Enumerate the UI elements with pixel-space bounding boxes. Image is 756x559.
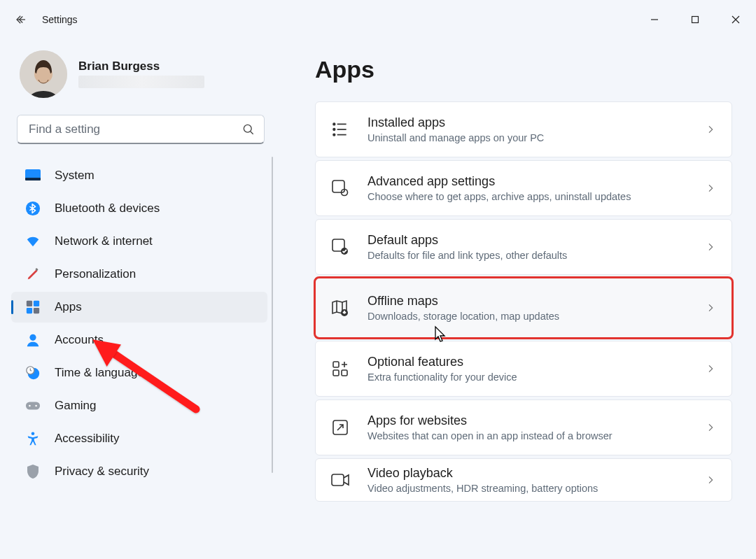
card-title: Optional features — [368, 355, 705, 370]
search-input[interactable] — [27, 122, 241, 137]
apps-icon — [25, 299, 41, 315]
wifi-icon — [25, 234, 41, 249]
svg-rect-31 — [332, 474, 344, 486]
app-link-icon — [330, 417, 351, 438]
grid-plus-icon — [330, 358, 351, 379]
card-title: Offline maps — [368, 294, 705, 309]
minimize-button[interactable] — [634, 3, 675, 36]
card-optional-features[interactable]: Optional features Extra functionality fo… — [315, 341, 732, 397]
sidebar-item-label: Network & internet — [55, 234, 153, 248]
svg-point-3 — [244, 125, 251, 132]
svg-point-18 — [31, 432, 35, 435]
card-offline-maps[interactable]: Offline maps Downloads, storage location… — [315, 278, 732, 338]
svg-rect-15 — [26, 402, 40, 410]
card-title: Installed apps — [368, 115, 705, 131]
app-check-icon — [330, 236, 351, 257]
chevron-right-icon — [705, 183, 716, 194]
system-icon — [25, 168, 41, 183]
globe-clock-icon — [25, 365, 41, 381]
shield-icon — [25, 464, 41, 479]
sidebar-item-network[interactable]: Network & internet — [11, 226, 267, 257]
sidebar-item-system[interactable]: System — [11, 160, 267, 191]
page-title: Apps — [315, 56, 732, 83]
sidebar-item-gaming[interactable]: Gaming — [11, 390, 267, 421]
card-subtitle: Uninstall and manage apps on your PC — [368, 132, 705, 143]
sidebar-item-label: Accounts — [55, 333, 104, 347]
chevron-right-icon — [705, 124, 716, 135]
card-default-apps[interactable]: Default apps Defaults for file and link … — [315, 219, 732, 275]
card-title: Advanced app settings — [368, 174, 705, 190]
sidebar-scrollbar[interactable] — [272, 157, 273, 473]
sidebar-item-accessibility[interactable]: Accessibility — [11, 423, 267, 454]
minimize-icon — [650, 15, 659, 24]
close-icon — [732, 15, 740, 24]
profile-block[interactable]: Brian Burgess — [0, 43, 280, 115]
sidebar-item-label: Time & language — [55, 366, 144, 380]
card-installed-apps[interactable]: Installed apps Uninstall and manage apps… — [315, 101, 732, 157]
svg-point-21 — [333, 134, 335, 136]
card-subtitle: Video adjustments, HDR streaming, batter… — [368, 483, 705, 494]
card-subtitle: Choose where to get apps, archive apps, … — [368, 191, 705, 202]
svg-rect-5 — [25, 178, 41, 181]
svg-point-17 — [35, 405, 37, 407]
bluetooth-icon — [25, 201, 41, 216]
sidebar-item-label: Bluetooth & devices — [55, 201, 160, 215]
card-subtitle: Websites that can open in an app instead… — [368, 430, 705, 441]
back-button[interactable] — [4, 3, 38, 36]
sidebar-item-label: Apps — [55, 300, 82, 314]
sidebar-item-label: Gaming — [55, 399, 97, 413]
svg-point-16 — [29, 405, 31, 407]
map-download-icon — [330, 297, 351, 318]
search-field[interactable] — [17, 115, 265, 144]
sidebar-item-privacy[interactable]: Privacy & security — [11, 456, 267, 487]
card-subtitle: Downloads, storage location, map updates — [368, 311, 705, 322]
sidebar-item-bluetooth[interactable]: Bluetooth & devices — [11, 193, 267, 224]
svg-rect-22 — [332, 181, 344, 192]
svg-rect-9 — [34, 301, 39, 306]
maximize-button[interactable] — [675, 3, 715, 36]
sidebar-item-apps[interactable]: Apps — [11, 292, 267, 323]
sidebar-item-label: Accessibility — [55, 432, 120, 446]
sidebar: Brian Burgess System Bluet — [0, 39, 280, 559]
titlebar: Settings — [0, 0, 756, 39]
sidebar-item-label: Privacy & security — [55, 465, 149, 479]
chevron-right-icon — [705, 241, 716, 253]
chevron-right-icon — [705, 422, 716, 433]
sidebar-item-label: Personalization — [55, 267, 136, 281]
settings-card-list: Installed apps Uninstall and manage apps… — [315, 101, 732, 502]
brush-icon — [25, 267, 41, 282]
maximize-icon — [691, 15, 699, 24]
sidebar-item-accounts[interactable]: Accounts — [11, 325, 267, 355]
main-content: Apps Installed apps Uninstall and manage… — [280, 39, 756, 559]
app-gear-icon — [330, 178, 351, 199]
svg-rect-0 — [692, 17, 699, 23]
svg-rect-10 — [27, 308, 32, 313]
nav-list: System Bluetooth & devices Network & int… — [0, 154, 280, 487]
svg-rect-27 — [333, 362, 339, 367]
sidebar-item-label: System — [55, 169, 94, 183]
profile-name: Brian Burgess — [78, 60, 204, 73]
profile-email-redacted — [78, 76, 204, 88]
card-video-playback[interactable]: Video playback Video adjustments, HDR st… — [315, 458, 732, 502]
search-icon — [241, 122, 255, 136]
chevron-right-icon — [705, 474, 716, 486]
app-title: Settings — [42, 14, 78, 25]
accessibility-icon — [25, 431, 41, 446]
svg-rect-8 — [27, 301, 32, 306]
svg-rect-11 — [34, 308, 39, 313]
card-title: Default apps — [368, 233, 705, 248]
card-subtitle: Defaults for file and link types, other … — [368, 250, 705, 261]
card-advanced-settings[interactable]: Advanced app settings Choose where to ge… — [315, 160, 732, 216]
chevron-right-icon — [705, 302, 716, 313]
card-title: Apps for websites — [368, 413, 705, 429]
arrow-left-icon — [15, 13, 27, 26]
svg-point-20 — [333, 129, 335, 131]
close-button[interactable] — [715, 3, 756, 36]
card-apps-for-websites[interactable]: Apps for websites Websites that can open… — [315, 399, 732, 455]
svg-rect-29 — [342, 370, 347, 376]
sidebar-item-time[interactable]: Time & language — [11, 358, 267, 388]
window-controls — [634, 3, 756, 36]
svg-point-12 — [29, 334, 36, 341]
sidebar-item-personalization[interactable]: Personalization — [11, 259, 267, 290]
person-icon — [25, 332, 41, 348]
